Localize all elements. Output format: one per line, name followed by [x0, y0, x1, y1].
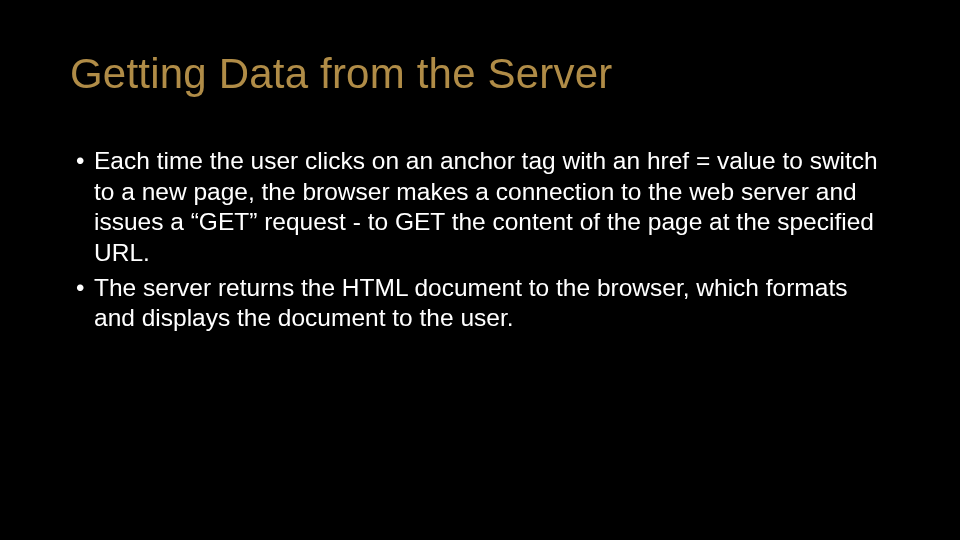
- slide: Getting Data from the Server Each time t…: [0, 0, 960, 540]
- list-item: Each time the user clicks on an anchor t…: [80, 146, 890, 269]
- slide-title: Getting Data from the Server: [70, 50, 890, 98]
- bullet-list: Each time the user clicks on an anchor t…: [70, 146, 890, 334]
- list-item: The server returns the HTML document to …: [80, 273, 890, 334]
